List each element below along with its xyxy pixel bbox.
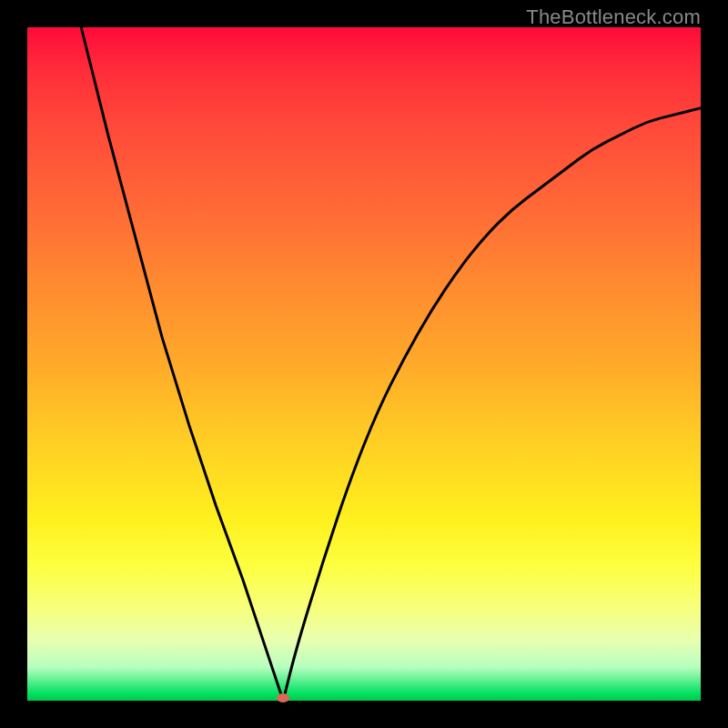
plot-area (27, 27, 701, 701)
watermark-text: TheBottleneck.com (526, 5, 701, 29)
bottleneck-curve-right (283, 108, 701, 701)
bottleneck-curve-left (81, 27, 283, 701)
curve-layer (27, 27, 701, 701)
minimum-marker (277, 693, 289, 703)
chart-frame: TheBottleneck.com (0, 0, 728, 728)
